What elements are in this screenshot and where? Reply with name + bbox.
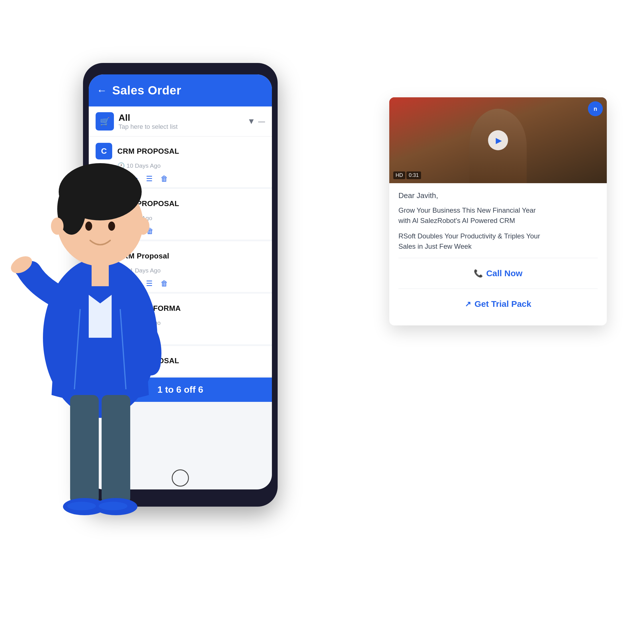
- video-thumbnail[interactable]: ▶ n HD 0:31: [389, 97, 607, 183]
- video-brand-badge: n: [588, 101, 603, 116]
- email-subject: Grow Your Business This New Financial Ye…: [398, 205, 598, 226]
- email-card: ▶ n HD 0:31 Dear Javith, Grow Your Busin…: [389, 97, 607, 325]
- email-divider: [398, 258, 598, 258]
- filter-chevron-icon[interactable]: —: [258, 117, 265, 125]
- svg-point-4: [85, 222, 92, 231]
- video-play-button[interactable]: ▶: [488, 130, 508, 150]
- svg-point-7: [137, 218, 149, 235]
- person-svg: [0, 80, 200, 567]
- svg-point-6: [51, 218, 64, 235]
- call-now-button[interactable]: 📞 Call Now: [398, 263, 598, 283]
- filter-funnel-icon[interactable]: ▼: [247, 117, 255, 126]
- get-trial-label: Get Trial Pack: [475, 299, 531, 309]
- email-greeting: Dear Javith,: [398, 191, 598, 200]
- svg-rect-11: [102, 395, 130, 504]
- svg-rect-8: [92, 263, 109, 286]
- call-now-label: Call Now: [486, 268, 523, 278]
- svg-point-5: [108, 222, 115, 231]
- trial-icon: ↗: [465, 300, 471, 309]
- email-body: Dear Javith, Grow Your Business This New…: [389, 183, 607, 317]
- get-trial-button[interactable]: ↗ Get Trial Pack: [398, 294, 598, 314]
- phone-icon: 📞: [474, 269, 483, 278]
- brand-logo: n: [588, 101, 603, 116]
- email-tagline: RSoft Doubles Your Productivity & Triple…: [398, 231, 598, 252]
- person-illustration: [0, 80, 200, 567]
- video-hd-badge: HD: [393, 171, 405, 179]
- svg-point-14: [67, 502, 96, 510]
- svg-point-15: [99, 502, 127, 510]
- filter-icon-group[interactable]: ▼ —: [247, 117, 265, 126]
- video-time-badge: 0:31: [406, 171, 421, 179]
- svg-rect-10: [70, 395, 99, 504]
